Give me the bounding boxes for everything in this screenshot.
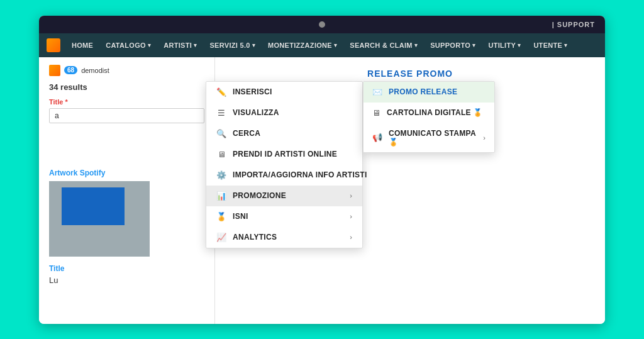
breadcrumb-name: demodist: [81, 67, 109, 74]
top-bar-circle: [319, 21, 325, 28]
email-icon: ✉️: [372, 87, 382, 97]
artwork-box: [49, 181, 150, 257]
cartolina-label: CARTOLINA DIGITALE 🏅: [387, 108, 483, 117]
nav-item-monetizzazione[interactable]: MONETIZZAZIONE ▾: [262, 33, 343, 57]
artisti-arrow-icon: ▾: [194, 42, 197, 48]
comunicato-sub-arrow-icon: ›: [483, 134, 486, 142]
cerca-search-icon: 🔍: [216, 129, 226, 138]
megaphone-icon: 📢: [372, 133, 382, 142]
dropdown-item-cerca[interactable]: 🔍 CERCA: [206, 123, 362, 144]
dropdown-item-prendi-id[interactable]: 🖥 PRENDI ID ARTISTI ONLINE: [206, 144, 362, 165]
main-window: | SUPPORT HOME CATALOGO ▾ ARTISTI ▾ SERV…: [39, 16, 605, 324]
utility-arrow-icon: ▾: [518, 42, 521, 48]
dropdown-item-promozione[interactable]: 📊 PROMOZIONE ›: [206, 186, 362, 206]
promo-subdropdown: ✉️ PROMO RELEASE 🖥 CARTOLINA DIGITALE 🏅 …: [363, 81, 495, 153]
content-area: 68 demodist 34 results Title * Artwork S…: [39, 57, 605, 324]
catalogo-arrow-icon: ▾: [148, 42, 151, 48]
title-field-label: Title *: [49, 98, 204, 106]
dropdown-item-isni[interactable]: 🏅 ISNI ›: [206, 206, 362, 227]
nav-item-supporto[interactable]: SUPPORTO ▾: [424, 33, 482, 57]
breadcrumb-id: 68: [64, 66, 77, 74]
nav-item-servizi50[interactable]: SERVIZI 5.0 ▾: [203, 33, 262, 57]
breadcrumb: 68 demodist: [49, 65, 204, 76]
promo-item-cartolina[interactable]: 🖥 CARTOLINA DIGITALE 🏅: [364, 103, 494, 123]
list-icon: ☰: [216, 108, 226, 118]
title-row: Title Lu: [49, 264, 204, 285]
nav-item-search-claim[interactable]: SEARCH & CLAIM ▾: [343, 33, 424, 57]
nav-item-artisti[interactable]: ARTISTI ▾: [157, 33, 203, 57]
promo-item-comunicato[interactable]: 📢 COMUNICATO STAMPA 🏅 ›: [364, 123, 494, 152]
analytics-icon: 📈: [216, 233, 226, 242]
supporto-arrow-icon: ▾: [472, 42, 475, 48]
breadcrumb-logo-icon: [49, 65, 60, 76]
artwork-blue-block: [62, 187, 125, 225]
cartolina-icon: 🖥: [372, 108, 380, 118]
utente-arrow-icon: ▾: [564, 42, 567, 48]
artisti-dropdown: ✏️ INSERISCI ☰ VISUALIZZA 🔍 CERCA 🖥 PREN…: [206, 81, 363, 248]
promo-item-release[interactable]: ✉️ PROMO RELEASE: [364, 82, 494, 103]
gear-icon: ⚙️: [216, 170, 226, 180]
isni-label: ISNI: [233, 212, 343, 221]
visualizza-label: VISUALIZZA: [233, 108, 352, 117]
monetizzazione-arrow-icon: ▾: [334, 42, 337, 48]
title-row-label: Title: [49, 264, 204, 273]
top-bar: | SUPPORT: [39, 16, 605, 33]
navbar: HOME CATALOGO ▾ ARTISTI ▾ SERVIZI 5.0 ▾ …: [39, 33, 605, 57]
support-label: | SUPPORT: [552, 21, 595, 28]
analytics-sub-arrow-icon: ›: [350, 233, 352, 241]
servizi-arrow-icon: ▾: [252, 42, 255, 48]
dropdown-item-inserisci[interactable]: ✏️ INSERISCI: [206, 82, 362, 103]
promozione-icon: 📊: [216, 191, 226, 201]
nav-item-catalogo[interactable]: CATALOGO ▾: [99, 33, 157, 57]
nav-logo: [47, 38, 60, 52]
analytics-label: ANALYTICS: [233, 233, 343, 242]
promo-release-label: PROMO RELEASE: [389, 87, 457, 96]
left-content: 68 demodist 34 results Title * Artwork S…: [39, 57, 215, 324]
search-claim-arrow-icon: ▾: [414, 42, 418, 48]
isni-icon: 🏅: [216, 212, 226, 221]
inserisci-label: INSERISCI: [233, 87, 352, 96]
cerca-label: CERCA: [233, 129, 352, 138]
nav-item-home[interactable]: HOME: [65, 33, 99, 57]
promozione-sub-arrow-icon: ›: [350, 192, 352, 199]
monitor-icon: 🖥: [216, 150, 226, 159]
edit-icon: ✏️: [216, 87, 226, 97]
title-row-value: Lu: [49, 275, 204, 285]
title-search-input[interactable]: [49, 108, 204, 123]
promozione-label: PROMOZIONE: [233, 191, 343, 200]
prendi-id-label: PRENDI ID ARTISTI ONLINE: [233, 150, 352, 158]
comunicato-label: COMUNICATO STAMPA 🏅: [389, 129, 477, 147]
artwork-label: Artwork Spotify: [49, 169, 204, 177]
results-count: 34 results: [49, 82, 204, 92]
nav-item-utente[interactable]: UTENTE ▾: [527, 33, 574, 57]
isni-sub-arrow-icon: ›: [350, 213, 352, 220]
dropdown-item-importa[interactable]: ⚙️ IMPORTA/AGGIORNA INFO ARTISTI: [206, 165, 362, 186]
nav-item-utility[interactable]: UTILITY ▾: [482, 33, 527, 57]
importa-label: IMPORTA/AGGIORNA INFO ARTISTI: [233, 170, 367, 179]
dropdown-item-analytics[interactable]: 📈 ANALYTICS ›: [206, 227, 362, 248]
dropdown-item-visualizza[interactable]: ☰ VISUALIZZA: [206, 103, 362, 123]
